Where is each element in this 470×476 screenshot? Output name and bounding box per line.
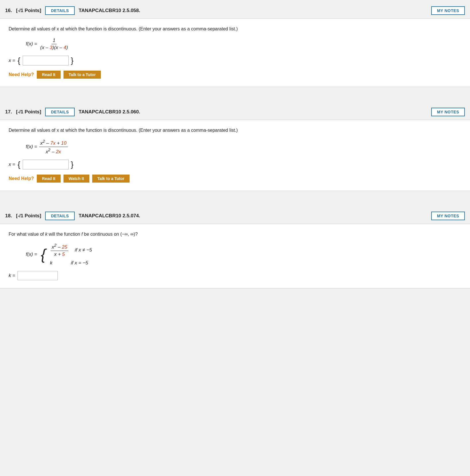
problem-18-answer-prefix: k =	[9, 273, 15, 278]
problem-18-case2-val: k	[50, 260, 53, 266]
problem-17: 17. [-/1 Points] DETAILS TANAPCALCBR10 2…	[0, 104, 470, 191]
problem-16-brace-left: {	[18, 57, 20, 65]
problem-17-function: f(x) = x2 – 7x + 10 x2 – 2x	[26, 139, 461, 154]
problem-16-my-notes-button[interactable]: MY NOTES	[431, 6, 465, 15]
problem-18-case2-condition: if x = −5	[71, 260, 88, 266]
problem-17-brace-left: {	[18, 160, 20, 169]
problem-16-code: TANAPCALCBR10 2.5.058.	[79, 8, 140, 13]
problem-18-header: 18. [-/1 Points] DETAILS TANAPCALCBR10 2…	[0, 208, 470, 224]
problem-18-points: [-/1 Points]	[16, 213, 41, 219]
problem-17-body: Determine all values of x at which the f…	[0, 120, 470, 191]
page-wrapper: 16. [-/1 Points] DETAILS TANAPCALCBR10 2…	[0, 0, 470, 300]
problem-18-answer-row: k =	[9, 271, 461, 280]
problem-18-my-notes-button[interactable]: MY NOTES	[431, 212, 465, 220]
problem-18-code: TANAPCALCBR10 2.5.074.	[79, 213, 140, 219]
problem-16-need-help-label: Need Help?	[9, 72, 34, 77]
divider-1	[0, 96, 470, 104]
problem-18-answer-input[interactable]	[18, 271, 58, 280]
problem-17-details-button[interactable]: DETAILS	[45, 108, 74, 116]
problem-18-case-1: x2 – 25 x + 5 if x ≠ −5	[50, 243, 92, 257]
problem-16-fraction: 1 (x – 3)(x – 4)	[39, 38, 69, 51]
problem-17-watch-it-button[interactable]: Watch It	[63, 175, 89, 183]
problem-17-need-help-row: Need Help? Read It Watch It Talk to a Tu…	[9, 175, 461, 183]
problem-17-talk-to-tutor-button[interactable]: Talk to a Tutor	[92, 175, 130, 183]
problem-17-header: 17. [-/1 Points] DETAILS TANAPCALCBR10 2…	[0, 104, 470, 120]
problem-16-answer-input[interactable]	[23, 56, 69, 65]
problem-16-denominator: (x – 3)(x – 4)	[39, 44, 69, 51]
problem-17-points: [-/1 Points]	[16, 109, 41, 115]
problem-17-denominator: x2 – 2x	[45, 147, 62, 155]
problem-17-answer-input[interactable]	[23, 160, 69, 169]
problem-18-function: f(x) = { x2 – 25 x + 5 if x ≠ −5	[26, 243, 461, 266]
problem-16-function: f(x) = 1 (x – 3)(x – 4)	[26, 38, 461, 51]
divider-2	[0, 200, 470, 208]
problem-18-case1-denominator: x + 5	[53, 251, 66, 257]
problem-18-case-2: k if x = −5	[50, 260, 92, 266]
problem-17-answer-prefix: x =	[9, 162, 15, 167]
problem-16-fx-label: f(x) =	[26, 41, 38, 47]
problem-18-body: For what value of k will the function f …	[0, 224, 470, 289]
problem-17-fraction: x2 – 7x + 10 x2 – 2x	[39, 139, 68, 154]
problem-16-number: 16.	[5, 8, 12, 13]
problem-16-answer-prefix: x =	[9, 58, 15, 63]
problem-17-my-notes-button[interactable]: MY NOTES	[431, 108, 465, 116]
problem-16-question: Determine all values of x at which the f…	[9, 26, 461, 32]
problem-17-code: TANAPCALCBR10 2.5.060.	[79, 109, 140, 115]
problem-17-fx-label: f(x) =	[26, 144, 38, 149]
problem-18-number: 18.	[5, 213, 12, 219]
problem-17-number: 17.	[5, 109, 12, 115]
problem-18-question: For what value of k will the function f …	[9, 231, 461, 238]
problem-17-read-it-button[interactable]: Read It	[37, 175, 61, 183]
problem-17-answer-row: x = { }	[9, 160, 461, 169]
problem-17-need-help-label: Need Help?	[9, 176, 34, 181]
problem-18-piecewise-cases: x2 – 25 x + 5 if x ≠ −5 k if x = −5	[50, 243, 92, 266]
problem-16-details-button[interactable]: DETAILS	[45, 6, 74, 15]
problem-17-numerator: x2 – 7x + 10	[39, 139, 68, 147]
problem-17-brace-right: }	[71, 160, 74, 169]
problem-18-case1-numerator: x2 – 25	[51, 243, 68, 251]
problem-18-piecewise-brace: {	[41, 246, 46, 263]
problem-16-read-it-button[interactable]: Read It	[37, 71, 61, 79]
problem-16-numerator: 1	[51, 38, 56, 44]
problem-17-question: Determine all values of x at which the f…	[9, 127, 461, 134]
problem-18-case1-condition: if x ≠ −5	[75, 247, 92, 253]
problem-16-answer-row: x = { }	[9, 56, 461, 65]
problem-16-body: Determine all values of x at which the f…	[0, 18, 470, 87]
problem-18-fx-label: f(x) =	[26, 251, 38, 257]
problem-18-details-button[interactable]: DETAILS	[45, 212, 74, 220]
problem-18-fraction: x2 – 25 x + 5	[51, 243, 68, 257]
problem-16-points: [-/1 Points]	[16, 8, 41, 13]
problem-18: 18. [-/1 Points] DETAILS TANAPCALCBR10 2…	[0, 208, 470, 289]
problem-16: 16. [-/1 Points] DETAILS TANAPCALCBR10 2…	[0, 3, 470, 87]
problem-16-talk-to-tutor-button[interactable]: Talk to a Tutor	[63, 71, 101, 79]
problem-16-header: 16. [-/1 Points] DETAILS TANAPCALCBR10 2…	[0, 3, 470, 18]
problem-16-brace-right: }	[71, 57, 74, 65]
problem-16-need-help-row: Need Help? Read It Talk to a Tutor	[9, 71, 461, 79]
